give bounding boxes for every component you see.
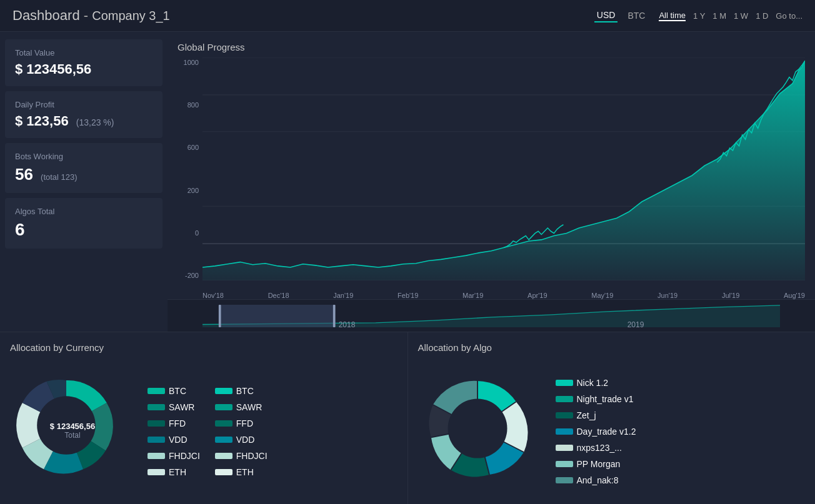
legend-color-vdd1 [148, 437, 165, 443]
page-title: Dashboard - Company 3_1 [12, 7, 170, 24]
y-label-800: 800 [178, 101, 199, 109]
y-label-200: 200 [178, 187, 199, 194]
donut-center-value: $ 123456,56 [50, 422, 95, 431]
currency-donut-center: $ 123456,56 Total [50, 422, 95, 440]
allocation-algo-title: Allocation by Algo [418, 342, 806, 353]
legend-color-eth2 [215, 469, 232, 475]
legend-label-nxps: nxps123_... [577, 443, 622, 453]
allocation-currency-panel: Allocation by Currency [0, 332, 408, 504]
legend-label-ffd1: FFD [169, 418, 186, 428]
dashboard-label: Dashboard [12, 7, 80, 23]
daily-profit-pct: (13,23 %) [76, 117, 114, 127]
allocation-currency-content: $ 123456,56 Total BTC SAWR [10, 360, 398, 503]
legend-label-ffd2: FFD [236, 418, 253, 428]
bots-working-value: 56 (total 123) [15, 165, 152, 184]
mini-timeline[interactable]: 2018 2019 [168, 299, 815, 332]
allocation-currency-title: Allocation by Currency [10, 342, 398, 353]
legend-fhdjci-1: FHDJCI [148, 451, 200, 461]
legend-color-sawr2 [215, 404, 232, 410]
legend-nxps: nxps123_... [556, 443, 636, 453]
legend-ffd-2: FFD [215, 418, 268, 428]
algos-total-value: 6 [15, 220, 152, 240]
company-label: Company 3_1 [92, 9, 170, 22]
legend-color-btc2 [215, 388, 232, 394]
legend-color-ffd1 [148, 420, 165, 427]
total-value-label: Total Value [15, 48, 152, 57]
legend-color-nighttrade [556, 396, 573, 402]
algo-donut-svg [418, 363, 537, 494]
legend-nick: Nick 1.2 [556, 378, 636, 388]
legend-fhdjci-2: FHDJCI [215, 451, 268, 461]
chart-area[interactable]: 1000 800 600 200 0 -200 [178, 57, 805, 299]
bots-working-card: Bots Working 56 (total 123) [5, 143, 162, 193]
y-label-neg200: -200 [178, 272, 199, 279]
chart-panel: Global Progress 1000 800 600 200 0 -200 [168, 32, 815, 332]
legend-label-vdd2: VDD [236, 435, 255, 445]
btc-button[interactable]: BTC [625, 9, 648, 22]
y-label-0: 0 [178, 229, 199, 237]
x-label-dec18: Dec'18 [268, 292, 289, 299]
x-label-feb19: Feb'19 [398, 292, 418, 299]
legend-ffd-1: FFD [148, 418, 200, 428]
y-label-600: 600 [178, 144, 199, 151]
1w-button[interactable]: 1 W [734, 11, 748, 21]
chart-svg [202, 57, 805, 280]
legend-vdd-2: VDD [215, 435, 268, 445]
algos-total-label: Algos Total [15, 207, 152, 216]
legend-color-andnak [556, 477, 573, 483]
algos-total-card: Algos Total 6 [5, 198, 162, 249]
legend-ppmorgan: PP Morgan [556, 459, 636, 469]
legend-color-zetj [556, 412, 573, 418]
usd-button[interactable]: USD [594, 9, 618, 22]
legend-label-fhdjci1: FHDJCI [169, 451, 200, 461]
allocation-algo-panel: Allocation by Algo [408, 332, 816, 504]
legend-color-btc1 [148, 388, 165, 394]
legend-label-sawr2: SAWR [236, 402, 262, 412]
legend-vdd-1: VDD [148, 435, 200, 445]
legend-btc-2: BTC [215, 386, 268, 396]
legend-color-nxps [556, 445, 573, 451]
legend-label-eth1: ETH [169, 467, 186, 477]
all-time-button[interactable]: All time [659, 11, 686, 21]
bots-total: (total 123) [41, 172, 78, 182]
currency-legend-col1: BTC SAWR FFD VDD [148, 386, 200, 477]
x-label-nov18: Nov'18 [202, 292, 224, 299]
legend-label-daytrade: Day_trade v1.2 [577, 427, 636, 437]
legend-label-ppmorgan: PP Morgan [577, 459, 621, 469]
legend-color-daytrade [556, 428, 573, 435]
1d-button[interactable]: 1 D [756, 11, 768, 21]
legend-sawr-1: SAWR [148, 402, 200, 412]
x-label-jan19: Jan'19 [333, 292, 353, 299]
top-row: Total Value $ 123456,56 Daily Profit $ 1… [0, 32, 815, 332]
algo-legend: Nick 1.2 Night_trade v1 Zet_j Day_trade … [556, 378, 636, 485]
daily-profit-value: $ 123,56 (13,23 %) [15, 113, 152, 129]
legend-btc-1: BTC [148, 386, 200, 396]
legend-label-sawr1: SAWR [169, 402, 194, 412]
legend-label-andnak: And_nak:8 [577, 475, 619, 485]
bots-working-label: Bots Working [15, 152, 152, 161]
legend-color-ffd2 [215, 420, 232, 427]
currency-legend-col2: BTC SAWR FFD VDD [215, 386, 268, 477]
x-label-aug19: Aug'19 [784, 292, 805, 299]
x-label-jun19: Jun'19 [658, 292, 678, 299]
legend-color-eth1 [148, 469, 165, 475]
1m-button[interactable]: 1 M [712, 11, 726, 21]
legend-label-btc2: BTC [236, 386, 254, 396]
x-label-apr19: Apr'19 [528, 292, 547, 299]
legend-andnak: And_nak:8 [556, 475, 636, 485]
daily-profit-card: Daily Profit $ 123,56 (13,23 %) [5, 91, 162, 138]
svg-point-18 [448, 399, 507, 458]
legend-color-fhdjci2 [215, 453, 232, 459]
year-2019: 2019 [628, 320, 644, 329]
main-content: Total Value $ 123456,56 Daily Profit $ 1… [0, 32, 815, 504]
legend-label-nighttrade: Night_trade v1 [577, 394, 634, 404]
donut-center-label: Total [50, 431, 95, 440]
legend-eth-1: ETH [148, 467, 200, 477]
legend-label-zetj: Zet_j [577, 410, 596, 420]
chart-title: Global Progress [178, 42, 805, 52]
1y-button[interactable]: 1 Y [693, 11, 705, 21]
legend-label-nick: Nick 1.2 [577, 378, 609, 388]
legend-daytrade: Day_trade v1.2 [556, 427, 636, 437]
legend-label-fhdjci2: FHDJCI [236, 451, 268, 461]
goto-button[interactable]: Go to... [776, 11, 802, 21]
